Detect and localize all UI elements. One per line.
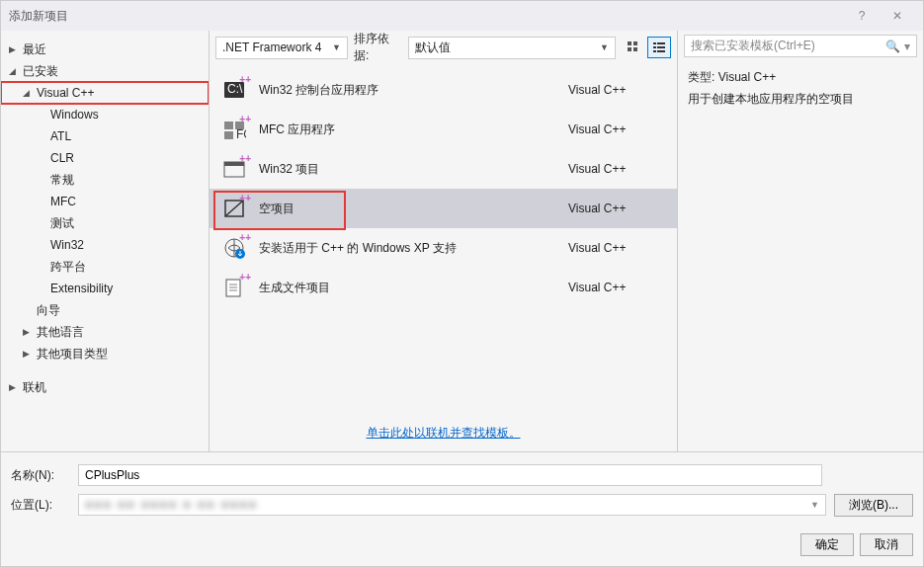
template-lang: Visual C++ — [568, 202, 667, 215]
help-button[interactable]: ? — [844, 9, 880, 23]
svg-rect-8 — [653, 50, 656, 52]
view-buttons — [622, 37, 671, 58]
tree-item-label: 常规 — [50, 172, 74, 189]
template-lang: Visual C++ — [568, 162, 667, 176]
download-icon: ++ — [219, 234, 249, 262]
location-combo[interactable]: ■■■ ■■ ■■■■ ■ ■■ ■■■■ ▼ — [78, 494, 826, 516]
location-row: 位置(L): ■■■ ■■ ■■■■ ■ ■■ ■■■■ ▼ 浏览(B)... — [11, 490, 913, 520]
template-lang: Visual C++ — [568, 83, 667, 97]
template-item[interactable]: ++生成文件项目Visual C++ — [210, 268, 677, 307]
sort-label: 排序依据: — [354, 31, 402, 64]
tree-item[interactable]: ▶测试 — [1, 212, 209, 234]
tree-item[interactable]: ▶向导 — [1, 299, 209, 321]
svg-rect-5 — [657, 42, 665, 44]
svg-text:FC: FC — [236, 127, 246, 140]
template-name: Win32 项目 — [259, 161, 568, 178]
makefile-icon: ++ — [219, 274, 249, 301]
chevron-down-icon: ▾ — [904, 40, 910, 53]
svg-rect-4 — [653, 42, 656, 44]
name-label: 名称(N): — [11, 467, 70, 484]
template-item[interactable]: ++Win32 项目Visual C++ — [210, 149, 677, 189]
browse-button[interactable]: 浏览(B)... — [834, 494, 913, 517]
tree-item-label: 最近 — [23, 41, 46, 58]
template-item[interactable]: FC++MFC 应用程序Visual C++ — [210, 110, 677, 149]
tree-item[interactable]: ▶Win32 — [1, 234, 209, 256]
tree-item[interactable]: ▶其他项目类型 — [1, 343, 209, 364]
type-value: Visual C++ — [718, 70, 776, 84]
list-icon — [652, 40, 666, 54]
template-lang: Visual C++ — [568, 122, 667, 136]
tree-item-label: 其他语言 — [37, 324, 84, 341]
template-name: Win32 控制台应用程序 — [259, 82, 568, 99]
online-templates-link[interactable]: 单击此处以联机并查找模板。 — [367, 426, 521, 440]
console-icon: C:\++ — [219, 76, 249, 104]
description: 用于创建本地应用程序的空项目 — [688, 89, 913, 111]
tree-item[interactable]: ◢Visual C++ — [1, 82, 209, 104]
search-placeholder: 搜索已安装模板(Ctrl+E) — [691, 38, 815, 54]
tree-item-label: 其他项目类型 — [37, 346, 108, 363]
tree-item-label: Windows — [50, 108, 99, 122]
main-area: ▶最近◢已安装◢Visual C++▶Windows▶ATL▶CLR▶常规▶MF… — [1, 31, 923, 451]
template-item[interactable]: ++安装适用于 C++ 的 Windows XP 支持Visual C++ — [210, 228, 677, 268]
toolbar: .NET Framework 4 ▼ 排序依据: 默认值 ▼ — [210, 31, 677, 64]
online-link-row: 单击此处以联机并查找模板。 — [210, 415, 677, 451]
svg-rect-1 — [633, 41, 637, 45]
close-button[interactable]: ✕ — [880, 9, 915, 23]
svg-rect-6 — [653, 46, 656, 48]
svg-rect-3 — [633, 47, 637, 51]
svg-rect-0 — [628, 41, 631, 45]
framework-combo[interactable]: .NET Framework 4 ▼ — [215, 37, 348, 59]
search-icon: 🔍 — [885, 40, 900, 53]
tree-item[interactable]: ▶联机 — [1, 376, 209, 398]
tree-item-label: 联机 — [23, 379, 46, 396]
chevron-down-icon: ▼ — [810, 500, 819, 510]
tree-item-label: 向导 — [37, 302, 60, 319]
location-label: 位置(L): — [11, 497, 70, 514]
name-input[interactable] — [78, 464, 822, 486]
tree-item[interactable]: ▶Extensibility — [1, 278, 209, 299]
ok-button[interactable]: 确定 — [800, 533, 854, 556]
template-item[interactable]: ++空项目Visual C++ — [210, 189, 677, 228]
tree-item[interactable]: ▶其他语言 — [1, 321, 209, 343]
expand-arrow-icon: ▶ — [9, 382, 23, 392]
tree-item-label: Extensibility — [50, 282, 113, 295]
tree-item-label: ATL — [50, 129, 71, 143]
tree-item[interactable]: ▶常规 — [1, 169, 209, 191]
svg-rect-12 — [224, 122, 233, 129]
center-panel: .NET Framework 4 ▼ 排序依据: 默认值 ▼ C:\++Win3… — [209, 31, 678, 451]
tree-item[interactable]: ◢已安装 — [1, 60, 209, 82]
footer: 确定 取消 — [1, 527, 923, 566]
expand-arrow-icon: ▶ — [23, 349, 37, 359]
tree-item-label: Win32 — [50, 238, 84, 252]
tree-item[interactable]: ▶CLR — [1, 147, 209, 169]
grid-view-button[interactable] — [622, 37, 645, 58]
titlebar: 添加新项目 ? ✕ — [1, 1, 923, 31]
expand-arrow-icon: ◢ — [23, 88, 37, 98]
chevron-down-icon: ▼ — [600, 42, 609, 52]
search-input[interactable]: 搜索已安装模板(Ctrl+E) 🔍 ▾ — [684, 35, 917, 57]
template-lang: Visual C++ — [568, 281, 667, 294]
tree-item[interactable]: ▶MFC — [1, 191, 209, 212]
expand-arrow-icon: ▶ — [9, 44, 23, 54]
tree-item[interactable]: ▶最近 — [1, 39, 209, 60]
template-detail: 类型: Visual C++ 用于创建本地应用程序的空项目 — [684, 67, 917, 110]
list-view-button[interactable] — [647, 37, 671, 58]
win32-icon: ++ — [219, 155, 249, 183]
template-list: C:\++Win32 控制台应用程序Visual C++FC++MFC 应用程序… — [210, 64, 677, 415]
template-name: 生成文件项目 — [259, 280, 568, 296]
tree-item-label: 测试 — [50, 215, 74, 232]
tree-item[interactable]: ▶ATL — [1, 125, 209, 147]
tree-item[interactable]: ▶Windows — [1, 104, 209, 125]
template-name: 安装适用于 C++ 的 Windows XP 支持 — [259, 240, 568, 257]
cancel-button[interactable]: 取消 — [860, 533, 913, 556]
tree-item-label: 已安装 — [23, 63, 58, 80]
template-item[interactable]: C:\++Win32 控制台应用程序Visual C++ — [210, 70, 677, 110]
tree-item[interactable]: ▶跨平台 — [1, 256, 209, 278]
bottom-panel: 名称(N): 位置(L): ■■■ ■■ ■■■■ ■ ■■ ■■■■ ▼ 浏览… — [1, 451, 923, 527]
svg-rect-7 — [657, 46, 665, 48]
chevron-down-icon: ▼ — [332, 42, 341, 52]
location-value: ■■■ ■■ ■■■■ ■ ■■ ■■■■ — [85, 498, 258, 512]
sort-combo[interactable]: 默认值 ▼ — [408, 37, 616, 59]
tree-item-label: CLR — [50, 151, 74, 165]
template-name: 空项目 — [259, 201, 568, 217]
